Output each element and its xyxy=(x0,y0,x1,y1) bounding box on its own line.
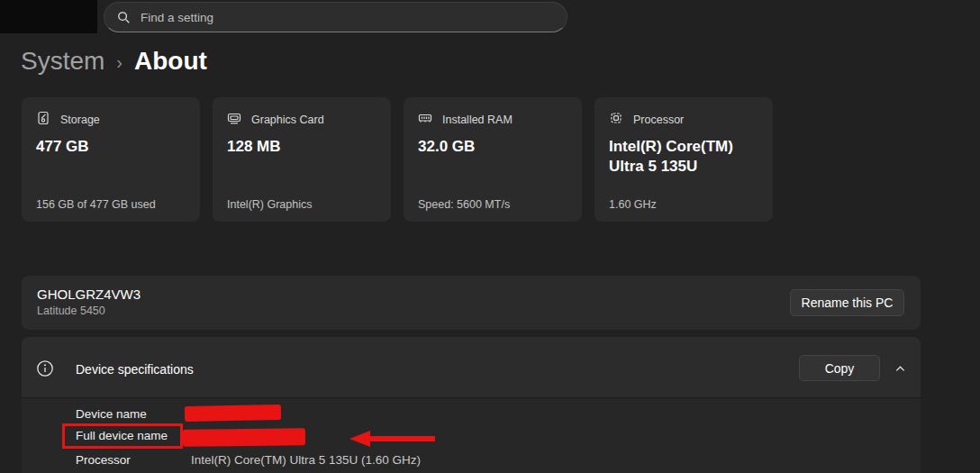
ram-value: 32.0 GB xyxy=(404,129,582,157)
graphics-value: 128 MB xyxy=(213,129,391,157)
annotation-arrow-tail xyxy=(368,436,435,441)
processor-icon xyxy=(609,111,623,129)
storage-icon xyxy=(36,111,50,129)
search-icon xyxy=(117,11,131,24)
device-model: Latitude 5450 xyxy=(37,305,105,317)
ram-card-head: Installed RAM xyxy=(404,97,582,129)
processor-value: Intel(R) Core(TM) Ultra 5 135U xyxy=(594,129,771,177)
breadcrumb: System › About xyxy=(21,47,207,76)
spec-row-processor-value: Intel(R) Core(TM) Ultra 5 135U (1.60 GHz… xyxy=(191,453,421,467)
annotation-arrow-icon xyxy=(349,431,370,447)
settings-about-page: Find a setting System › About Storage 47… xyxy=(0,0,980,473)
processor-card: Processor Intel(R) Core(TM) Ultra 5 135U… xyxy=(594,97,773,222)
window-chrome-corner xyxy=(0,0,97,33)
redaction-overlay xyxy=(185,405,281,422)
processor-card-head: Processor xyxy=(594,97,773,129)
info-icon xyxy=(36,359,54,377)
processor-label: Processor xyxy=(633,114,684,126)
search-input[interactable]: Find a setting xyxy=(104,2,567,32)
redaction-overlay xyxy=(183,428,305,446)
graphics-card-head: Graphics Card xyxy=(213,97,391,129)
spec-row-full-device-name-label: Full device name xyxy=(76,429,168,442)
processor-detail: 1.60 GHz xyxy=(609,198,657,211)
device-specifications-title: Device specifications xyxy=(76,362,194,377)
rename-pc-button[interactable]: Rename this PC xyxy=(790,289,904,316)
page-title: About xyxy=(134,47,207,76)
spec-row-device-name-label: Device name xyxy=(76,407,147,421)
graphics-card: Graphics Card 128 MB Intel(R) Graphics xyxy=(213,97,391,222)
copy-button[interactable]: Copy xyxy=(799,355,880,381)
spec-row-processor-label: Processor xyxy=(76,453,131,467)
graphics-label: Graphics Card xyxy=(251,114,324,126)
storage-card: Storage 477 GB 156 GB of 477 GB used xyxy=(22,97,200,222)
storage-value: 477 GB xyxy=(22,129,200,157)
ram-icon xyxy=(418,111,432,129)
ram-label: Installed RAM xyxy=(442,114,513,126)
device-specifications-header[interactable]: Device specifications Copy xyxy=(22,337,921,398)
device-specifications-body: Device name Full device name Processor I… xyxy=(22,398,921,472)
chevron-up-icon[interactable] xyxy=(894,363,906,375)
search-placeholder: Find a setting xyxy=(141,11,213,24)
storage-card-head: Storage xyxy=(22,97,200,129)
storage-detail: 156 GB of 477 GB used xyxy=(36,198,156,211)
ram-detail: Speed: 5600 MT/s xyxy=(418,198,510,211)
device-specifications-card: Device specifications Copy Device name F… xyxy=(22,337,921,473)
device-name-card: GHOLGRZ4VW3 Latitude 5450 Rename this PC xyxy=(22,276,921,330)
graphics-detail: Intel(R) Graphics xyxy=(227,198,312,211)
graphics-card-icon xyxy=(227,111,241,129)
breadcrumb-system[interactable]: System xyxy=(21,47,104,76)
ram-card: Installed RAM 32.0 GB Speed: 5600 MT/s xyxy=(404,97,582,222)
breadcrumb-chevron-icon: › xyxy=(116,50,122,73)
storage-label: Storage xyxy=(60,114,100,126)
device-name: GHOLGRZ4VW3 xyxy=(37,287,141,302)
